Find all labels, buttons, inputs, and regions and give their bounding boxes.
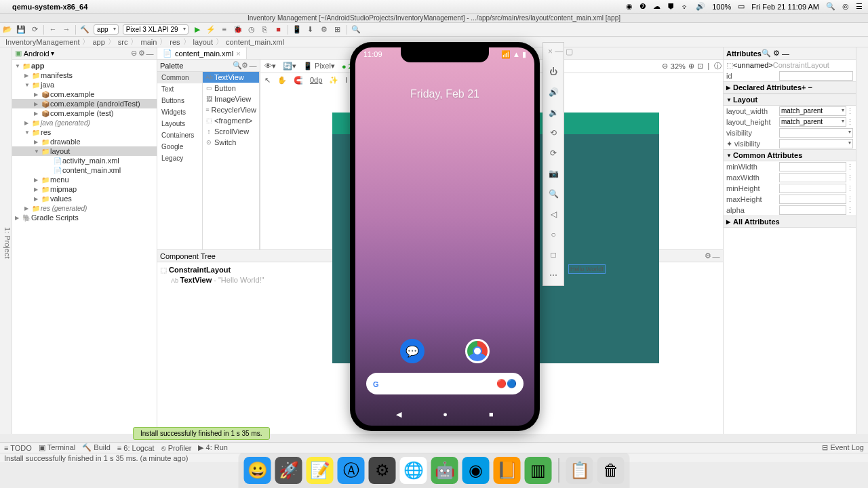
app-icon[interactable]: ▥ — [525, 457, 552, 484]
shield-icon[interactable]: ⛊ — [667, 3, 675, 11]
project-view[interactable]: Android — [24, 49, 50, 58]
orientation-icon[interactable]: 🔄▾ — [281, 61, 298, 71]
chrome-dock-icon[interactable]: 🌐 — [400, 457, 427, 484]
select-icon[interactable]: ↖ — [263, 75, 272, 85]
nav-back-icon[interactable]: ◀ — [396, 410, 401, 419]
run-tool[interactable]: ▶ 4: Run — [198, 443, 227, 452]
maxwidth-input[interactable] — [779, 173, 846, 182]
avd-icon[interactable]: 📱 — [292, 25, 302, 35]
open-icon[interactable]: 📂 — [3, 25, 12, 35]
crumb[interactable]: InventoryManagement — [4, 38, 81, 46]
infer-icon[interactable]: ✨ — [328, 75, 340, 85]
stop-icon[interactable]: ■ — [274, 25, 283, 35]
remove-icon[interactable]: − — [808, 83, 812, 92]
crumb[interactable]: res — [168, 38, 181, 46]
forward-icon[interactable]: → — [62, 25, 71, 35]
crumb[interactable]: src — [117, 38, 130, 46]
zoom-icon[interactable]: 🔍 — [548, 189, 559, 200]
volume-down-icon[interactable]: 🔉 — [548, 108, 559, 119]
palette-categories[interactable]: Common Text Buttons Widgets Layouts Cont… — [157, 72, 203, 249]
assistant-icon[interactable]: 🔴🔵 — [496, 379, 517, 388]
wifi-icon[interactable]: ᯤ — [682, 3, 689, 11]
back-icon[interactable]: ← — [48, 25, 58, 35]
search-icon[interactable]: 🔍 — [762, 49, 771, 58]
device-select[interactable]: 📱 Pixel▾ — [302, 61, 336, 71]
left-tool-strip[interactable]: 1: Project Resource Manager — [0, 47, 12, 434]
event-log-tool[interactable]: ⊟ Event Log — [822, 443, 864, 452]
rotate-right-icon[interactable]: ⟳ — [548, 148, 559, 159]
right-tool-strip[interactable] — [856, 47, 868, 434]
android-studio-icon[interactable]: 🤖 — [431, 457, 458, 484]
apply-code-icon[interactable]: ≡ — [220, 25, 229, 35]
hide-icon[interactable]: — — [782, 49, 789, 58]
device-combo[interactable]: Pixel 3 XL API 29 — [123, 24, 189, 35]
crumb[interactable]: content_main.xml — [224, 38, 285, 46]
project-tree[interactable]: ▼📁app ▶📁manifests ▼📁java ▶📦com.example ▶… — [12, 60, 157, 434]
apply-changes-icon[interactable]: ⚡ — [206, 25, 216, 35]
crumb[interactable]: app — [91, 38, 106, 46]
default-margin[interactable]: 0dp — [309, 75, 323, 85]
collapse-icon[interactable]: ⊖ — [130, 49, 138, 58]
autoconnect-icon[interactable]: 🧲 — [292, 75, 304, 85]
gear-icon[interactable]: ⚙ — [773, 49, 780, 58]
profiler-tool[interactable]: ⎋ Profiler — [161, 444, 192, 452]
search-icon[interactable]: 🔍 — [233, 61, 241, 70]
more-icon[interactable]: ⋯ — [548, 270, 559, 281]
crumb[interactable]: main — [139, 38, 158, 46]
hide-icon[interactable]: — — [146, 49, 154, 58]
back-icon[interactable]: ◁ — [548, 209, 559, 220]
sublime-icon[interactable]: 📙 — [494, 457, 521, 484]
maxheight-input[interactable] — [779, 195, 846, 204]
visibility-input[interactable] — [779, 128, 853, 138]
overview-icon[interactable]: □ — [548, 250, 559, 261]
save-icon[interactable]: 💾 — [16, 25, 26, 35]
hammer-icon[interactable]: 🔨 — [80, 25, 90, 35]
emulator-screen[interactable]: 11:09 📶 ▲ ▮ Friday, Feb 21 💬 G 🔴🔵 ◀ ● ■ — [355, 47, 534, 426]
profile-icon[interactable]: ◷ — [247, 25, 256, 35]
siri-icon[interactable]: ◎ — [842, 2, 849, 11]
palette-items[interactable]: AbTextView ▭Button 🖼ImageView ≡RecyclerV… — [203, 72, 260, 249]
pan-icon[interactable]: ✋ — [276, 75, 288, 85]
zoom-in-icon[interactable]: ⊕ — [688, 62, 694, 70]
close-tab-icon[interactable]: × — [236, 49, 240, 58]
zoom-out-icon[interactable]: ⊖ — [662, 62, 668, 70]
volume-icon[interactable]: 🔊 — [696, 2, 705, 11]
notifications-icon[interactable]: ☰ — [856, 2, 863, 11]
launchpad-icon[interactable]: 🚀 — [275, 457, 302, 484]
sync-icon[interactable]: ⟳ — [30, 25, 39, 35]
project-tool[interactable]: 1: Project — [3, 227, 12, 258]
cloud-icon[interactable]: ☁ — [653, 2, 660, 11]
menu-icon[interactable]: ◉ — [626, 2, 633, 11]
finder-icon[interactable]: 😀 — [244, 457, 271, 484]
emulator-close-icon[interactable]: × — ▢ — [548, 47, 559, 58]
todo-tool[interactable]: ≡ TODO — [4, 444, 32, 452]
tools-visibility-input[interactable] — [779, 139, 853, 148]
gear-icon[interactable]: ⚙ — [138, 49, 146, 58]
chrome-app-icon[interactable] — [465, 339, 490, 363]
id-input[interactable] — [779, 71, 853, 81]
view-mode-icon[interactable]: 👁▾ — [263, 61, 277, 71]
notes-icon[interactable]: 📝 — [307, 457, 334, 484]
app-icon[interactable]: ◉ — [462, 457, 490, 484]
clipboard-icon[interactable]: 📋 — [566, 457, 593, 484]
crumb[interactable]: layout — [192, 38, 214, 46]
attach-icon[interactable]: ⎘ — [260, 25, 270, 35]
menu-icon[interactable]: ❼ — [639, 2, 646, 11]
alpha-input[interactable] — [779, 205, 846, 215]
run-config-combo[interactable]: app — [94, 24, 119, 35]
logcat-tool[interactable]: ≡ 6: Logcat — [117, 444, 155, 452]
gear-icon[interactable]: ⚙ — [241, 61, 249, 70]
trash-icon[interactable]: 🗑 — [597, 457, 625, 484]
messages-app-icon[interactable]: 💬 — [400, 339, 425, 363]
run-icon[interactable]: ▶ — [193, 25, 202, 35]
layout-height-input[interactable]: match_parent — [779, 117, 846, 127]
add-icon[interactable]: + — [802, 83, 806, 92]
zoom-fit-icon[interactable]: ⊡ — [697, 62, 703, 70]
gear-icon[interactable]: ⚙ — [704, 251, 712, 260]
structure-icon[interactable]: ⊞ — [333, 25, 342, 35]
nav-home-icon[interactable]: ● — [443, 410, 448, 419]
warnings-icon[interactable]: ⓘ — [714, 61, 722, 71]
build-tool[interactable]: 🔨 Build — [82, 443, 111, 452]
search-icon[interactable]: 🔍 — [351, 25, 361, 35]
appstore-icon[interactable]: Ⓐ — [338, 457, 365, 484]
